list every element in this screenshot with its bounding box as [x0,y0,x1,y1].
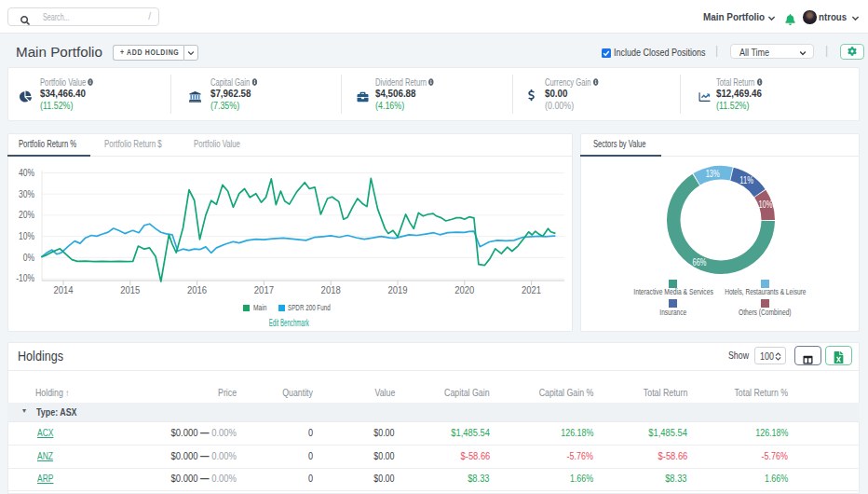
svg-text:11%: 11% [739,175,753,185]
svg-text:2017: 2017 [254,285,274,295]
svg-text:40%: 40% [19,168,34,178]
svg-text:2016: 2016 [187,285,207,295]
svg-text:2018: 2018 [321,285,341,295]
svg-text:10%: 10% [19,231,34,241]
svg-text:30%: 30% [19,189,34,199]
svg-text:13%: 13% [706,169,720,179]
svg-text:2015: 2015 [120,285,141,295]
svg-text:2014: 2014 [53,285,74,295]
svg-text:-10%: -10% [16,274,34,284]
svg-text:2019: 2019 [387,285,407,295]
svg-text:66%: 66% [693,257,707,268]
svg-text:20%: 20% [19,211,34,221]
svg-text:0%: 0% [23,253,34,263]
svg-text:2020: 2020 [454,285,475,295]
svg-text:2021: 2021 [522,285,541,295]
svg-text:10%: 10% [758,199,772,210]
